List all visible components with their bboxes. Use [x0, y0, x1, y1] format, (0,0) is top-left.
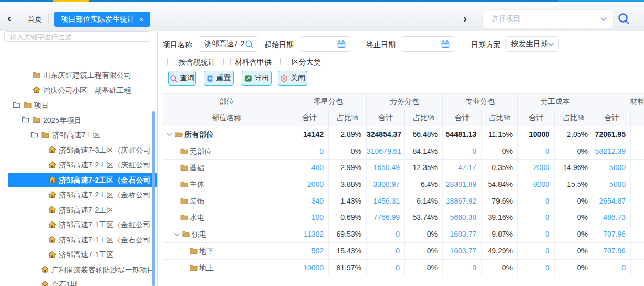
- tree-node-2[interactable]: 项目: [0, 98, 158, 113]
- percent-value-cell: 0%: [555, 209, 593, 226]
- total-value-cell[interactable]: 0: [518, 226, 555, 242]
- checkbox-material-owner-supplied[interactable]: [223, 58, 231, 65]
- tree-filter-input[interactable]: [4, 31, 150, 42]
- forward-chevron-icon[interactable]: ›: [463, 12, 467, 25]
- total-value-cell[interactable]: 0: [367, 243, 405, 259]
- total-value-cell[interactable]: 7766.99: [367, 209, 405, 226]
- total-value-cell[interactable]: 10000: [518, 126, 555, 143]
- total-value-cell[interactable]: 58212.39: [593, 143, 631, 160]
- table-group-header-row: 部位零星分包劳务分包专业分包劳工成本材料: [163, 93, 644, 110]
- total-value-cell[interactable]: 502: [290, 243, 329, 259]
- total-value-cell[interactable]: 10000: [290, 260, 329, 276]
- total-value-cell[interactable]: 0: [367, 226, 405, 242]
- checkbox-tax-included[interactable]: [167, 58, 174, 65]
- tree-node-selected[interactable]: 济邹高速7-2工区（金石公司: [0, 173, 158, 188]
- total-value-cell[interactable]: 28301.89: [443, 176, 482, 193]
- total-value-cell[interactable]: 1603.77: [443, 226, 482, 242]
- total-value-cell[interactable]: 0: [518, 243, 555, 259]
- total-value-cell[interactable]: 1603.77: [443, 243, 482, 259]
- total-value-cell[interactable]: 3300.97: [367, 176, 405, 193]
- tree-node-9[interactable]: 济邹高速7-2工区: [0, 203, 158, 218]
- total-value-cell[interactable]: 0: [443, 143, 482, 160]
- search-icon[interactable]: [245, 40, 254, 49]
- total-value-cell[interactable]: 324854.37: [367, 126, 405, 143]
- date-scheme-select[interactable]: 按发生日期: [505, 36, 559, 52]
- tree-node-12[interactable]: 济邹高速7-1工区: [0, 247, 158, 262]
- query-button[interactable]: 查询: [168, 71, 196, 86]
- tree-node-13[interactable]: 广利港滚装客轮防沙堤一期项目: [0, 262, 158, 278]
- back-chevron-icon[interactable]: ‹: [7, 12, 11, 24]
- total-value-cell[interactable]: 0: [518, 260, 555, 276]
- total-value-cell[interactable]: 11302: [290, 226, 329, 242]
- export-button[interactable]: 导出: [242, 71, 272, 86]
- total-value-cell[interactable]: 2000: [518, 160, 555, 176]
- tree-node-8[interactable]: 济邹高速7-2工区（金桥公司: [0, 187, 158, 203]
- row-collapse-icon[interactable]: [167, 133, 172, 136]
- total-value-cell[interactable]: 5000: [593, 176, 631, 193]
- reset-button[interactable]: 重置: [204, 71, 234, 86]
- tab-divider: [48, 14, 49, 24]
- total-value-cell[interactable]: 2654.87: [593, 193, 631, 209]
- end-date-input[interactable]: [402, 36, 454, 52]
- total-value-cell[interactable]: 54481.13: [443, 126, 482, 143]
- total-value-cell[interactable]: 72061.95: [593, 126, 631, 143]
- project-name-input[interactable]: 济邹高速7-2: [199, 36, 258, 52]
- total-value-cell[interactable]: 707.96: [593, 243, 631, 259]
- total-value-cell[interactable]: 5000: [593, 160, 631, 176]
- tree-node-5[interactable]: 济邹高速7-3工区（庆虹公司: [0, 143, 158, 158]
- total-value-cell[interactable]: 0: [518, 143, 555, 160]
- total-value-cell[interactable]: 1650.49: [367, 160, 405, 176]
- total-value-cell[interactable]: 5660.38: [443, 209, 482, 226]
- tree-node-11[interactable]: 济邹高速7-1工区（金石公司: [0, 232, 158, 248]
- tree-node-label: 济邹高速7-1工区（金虹公司: [59, 217, 150, 232]
- total-value-cell[interactable]: 0: [518, 193, 555, 209]
- total-value-cell[interactable]: 1456.31: [367, 193, 405, 209]
- tab-home[interactable]: 首页: [27, 15, 42, 24]
- tree-expander-icon[interactable]: [30, 131, 38, 138]
- checkbox-category-split[interactable]: [280, 58, 287, 65]
- sidebar-scrollbar[interactable]: [152, 111, 155, 286]
- tree-node-14[interactable]: 金石1期: [0, 277, 158, 286]
- tree-node-0[interactable]: 山东庆虹建筑工程有限公司: [0, 68, 158, 83]
- tree-node-10[interactable]: 济邹高速7-1工区（金虹公司: [0, 217, 158, 232]
- percent-value-cell: 39.16%: [482, 209, 518, 226]
- part-name-label: 地上: [199, 260, 214, 276]
- total-value-cell[interactable]: 400: [290, 160, 329, 176]
- tree-node-4[interactable]: 济邹高速7工区: [0, 128, 158, 143]
- total-value-cell[interactable]: 0: [290, 143, 329, 160]
- total-value-cell[interactable]: 18867.92: [443, 193, 482, 209]
- tree-node-6[interactable]: 济邹高速7-2工区（庆虹公司: [0, 157, 158, 173]
- total-value-cell[interactable]: 100: [290, 209, 329, 226]
- total-value-cell[interactable]: 707.96: [593, 226, 631, 242]
- calendar-icon[interactable]: [441, 40, 450, 48]
- total-value-cell[interactable]: 8000: [518, 176, 555, 193]
- total-value-cell[interactable]: 0: [443, 260, 482, 276]
- total-value-cell[interactable]: 486.73: [593, 209, 631, 226]
- search-icon[interactable]: [617, 12, 630, 25]
- folder-icon: [180, 181, 188, 187]
- tree-node-3[interactable]: 2025年项目: [0, 113, 158, 128]
- tab-active[interactable]: 项目部位实际发生统计 ×: [54, 12, 150, 27]
- calendar-icon[interactable]: [337, 40, 346, 48]
- tree-expander-icon[interactable]: [22, 116, 29, 123]
- total-value-cell[interactable]: 2000: [290, 176, 329, 193]
- home-icon: [48, 251, 56, 258]
- tab-close-icon[interactable]: ×: [139, 15, 143, 24]
- row-collapse-icon[interactable]: [174, 232, 180, 236]
- chevron-down-icon: [600, 17, 607, 22]
- close-button[interactable]: 关闭: [278, 71, 307, 86]
- start-date-input[interactable]: [300, 36, 350, 52]
- total-value-cell[interactable]: 0: [518, 209, 555, 226]
- tree-node-1[interactable]: 鸿庆公司小区一期基础工程: [0, 83, 158, 98]
- tree-node-label: 济邹高速7工区: [52, 128, 100, 143]
- tree-expander-icon[interactable]: [13, 101, 20, 108]
- total-value-cell[interactable]: 340: [290, 193, 329, 209]
- total-value-cell[interactable]: 14142: [290, 126, 329, 143]
- table-row: 主体20003.88%3300.976.4%28301.8954.84%8000…: [163, 176, 644, 193]
- project-select[interactable]: 选择项目: [482, 9, 614, 28]
- total-value-cell[interactable]: 47.17: [443, 160, 482, 176]
- total-value-cell[interactable]: 0: [367, 260, 405, 276]
- total-value-cell[interactable]: 310679.61: [367, 143, 405, 160]
- close-red-icon: [280, 75, 288, 82]
- total-value-cell[interactable]: 0: [593, 260, 631, 276]
